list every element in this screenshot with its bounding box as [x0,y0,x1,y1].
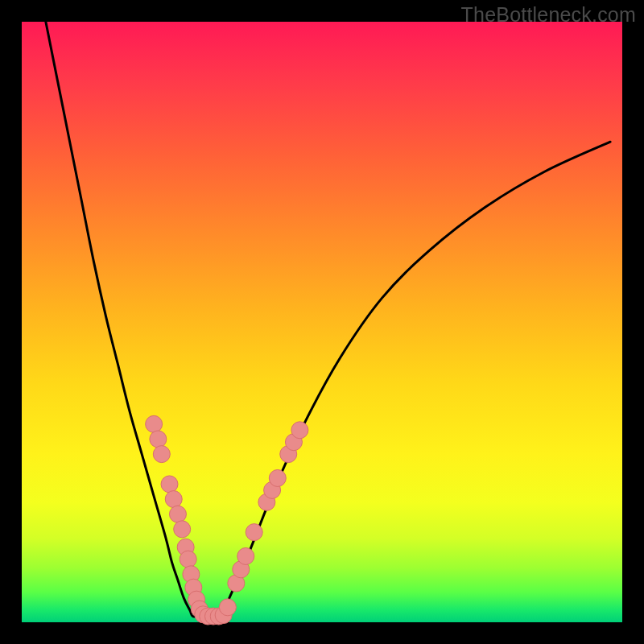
data-point-marker [165,491,182,508]
chart-svg [0,0,644,644]
curve-group [46,22,610,618]
data-point-marker [161,476,178,493]
watermark-text: TheBottleneck.com [461,3,636,27]
data-point-marker [291,422,308,439]
outer-frame: TheBottleneck.com [0,0,644,644]
data-point-marker [219,599,236,616]
data-point-marker [180,551,196,568]
data-point-marker [269,469,286,486]
data-point-marker [237,547,254,564]
bottleneck-curve [46,22,610,618]
data-point-marker [146,415,163,432]
data-point-marker [169,506,186,522]
data-point-marker [153,446,170,463]
data-point-marker [174,521,191,538]
data-point-marker [150,431,167,448]
data-point-marker [246,524,262,541]
marker-group [146,415,308,625]
